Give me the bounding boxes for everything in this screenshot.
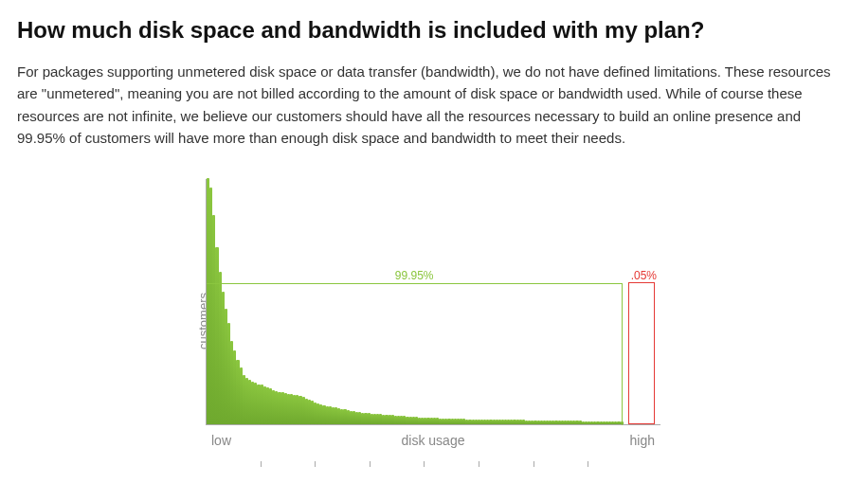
- plot-area: 99.95% .05%: [206, 179, 660, 425]
- x-tick-low: low: [211, 433, 231, 448]
- disk-usage-chart: customers 99.95% .05% low disk usage hig…: [183, 179, 685, 463]
- outlier-box-icon: [628, 282, 655, 424]
- page-title: How much disk space and bandwidth is inc…: [17, 17, 851, 44]
- bracket-drop-icon: [622, 283, 623, 425]
- intro-paragraph: For packages supporting unmetered disk s…: [17, 61, 851, 149]
- bracket-line-icon: [207, 283, 623, 284]
- annotation-green-label: 99.95%: [395, 269, 434, 282]
- bars-group: [207, 178, 624, 424]
- annotation-red-label: .05%: [631, 269, 657, 282]
- x-axis-label: disk usage: [402, 433, 465, 448]
- chart-container: customers 99.95% .05% low disk usage hig…: [17, 179, 851, 463]
- x-tick-high: high: [630, 433, 655, 448]
- x-ticks: [206, 461, 660, 469]
